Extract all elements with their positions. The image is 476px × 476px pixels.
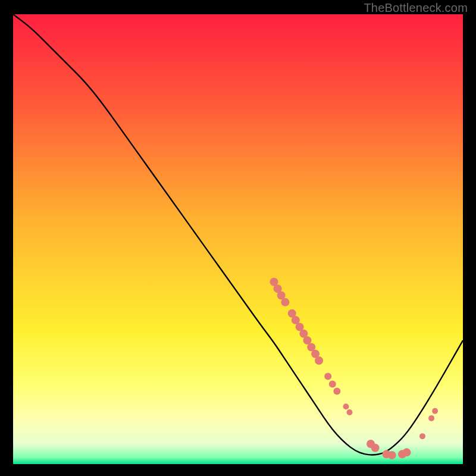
data-marker [281,298,289,306]
data-marker [324,373,331,380]
data-marker [343,403,349,409]
plot-area [13,14,463,464]
watermark-label: TheBottleneck.com [364,1,468,15]
data-marker [333,388,340,395]
gradient-background [13,14,463,464]
data-marker [432,408,438,414]
chart-svg [13,14,463,464]
data-marker [388,451,396,459]
data-marker [315,356,323,365]
data-marker [371,444,380,452]
data-marker [403,448,411,456]
data-marker [329,380,336,387]
data-marker [419,433,425,439]
data-marker [346,409,352,415]
chart-container: TheBottleneck.com [0,0,476,476]
data-marker [428,415,434,421]
